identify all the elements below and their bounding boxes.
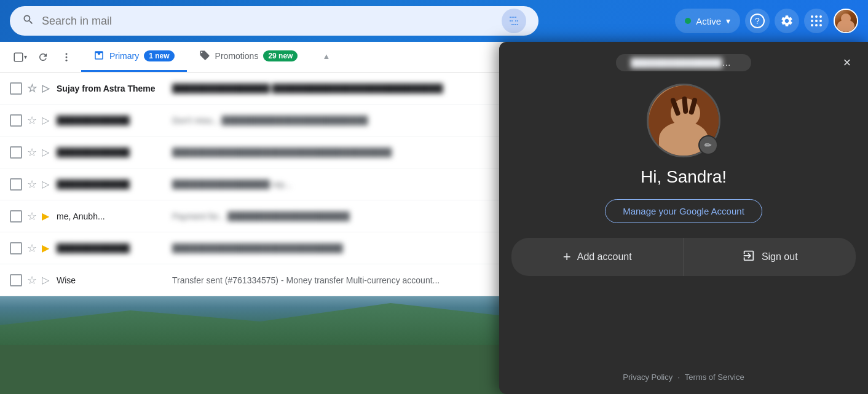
close-popup-button[interactable]: × — [836, 52, 858, 74]
search-bar — [10, 6, 539, 36]
row-checkbox[interactable] — [10, 242, 22, 254]
settings-button[interactable] — [775, 9, 799, 33]
add-icon: + — [563, 249, 571, 265]
important-icon: ▷ — [42, 82, 49, 94]
email-text: ████████████████████ — [631, 58, 751, 68]
row-checkbox[interactable] — [10, 178, 22, 191]
active-dot — [685, 18, 691, 24]
row-checkbox[interactable] — [10, 274, 22, 286]
svg-point-1 — [66, 53, 68, 55]
primary-tab-label: Primary — [109, 51, 139, 61]
star-icon[interactable]: ☆ — [27, 242, 37, 255]
grid-icon — [811, 15, 822, 26]
active-status-button[interactable]: Active ▾ — [675, 9, 740, 33]
promotions-tab-label: Promotions — [215, 51, 259, 61]
important-icon: ▷ — [42, 178, 49, 190]
promotions-icon — [199, 50, 210, 63]
sender-name: ████████████ — [57, 116, 167, 125]
important-icon: ▷ — [42, 114, 49, 126]
privacy-policy-link[interactable]: Privacy Policy — [623, 372, 673, 382]
other-tab-placeholder: ▲ — [322, 52, 330, 61]
important-icon: ▶ — [42, 210, 49, 222]
important-icon: ▷ — [42, 274, 49, 286]
search-icon — [22, 14, 34, 29]
sender-name: ████████████ — [57, 148, 167, 157]
row-checkbox[interactable] — [10, 82, 22, 95]
help-icon: ? — [750, 14, 765, 28]
star-icon[interactable]: ☆ — [27, 178, 37, 191]
manage-account-button[interactable]: Manage your Google Account — [605, 199, 762, 223]
footer-separator: · — [677, 372, 680, 382]
terms-of-service-link[interactable]: Terms of Service — [685, 372, 744, 382]
important-icon: ▷ — [42, 146, 49, 158]
svg-point-3 — [66, 59, 68, 61]
account-popup: × ████████████████████ — [499, 42, 868, 394]
sender-name: Wise — [57, 275, 167, 285]
svg-point-2 — [66, 56, 68, 58]
star-icon[interactable]: ☆ — [27, 82, 37, 95]
select-all-button[interactable]: ▾ — [10, 47, 30, 67]
sender-name: me, Anubh... — [57, 211, 167, 221]
edit-avatar-button[interactable]: ✏ — [698, 135, 718, 155]
row-checkbox[interactable] — [10, 146, 22, 159]
tab-primary[interactable]: Primary 1 new — [81, 42, 187, 72]
pencil-icon: ✏ — [704, 140, 712, 150]
signout-icon — [742, 249, 756, 265]
star-icon[interactable]: ☆ — [27, 114, 37, 127]
add-account-label: Add account — [577, 251, 632, 262]
primary-tab-badge: 1 new — [144, 50, 174, 61]
star-icon[interactable]: ☆ — [27, 146, 37, 159]
main-content: ▾ — [0, 42, 868, 394]
add-account-button[interactable]: + Add account — [511, 238, 684, 276]
important-icon: ▶ — [42, 242, 49, 254]
avatar-container: ✏ — [647, 84, 720, 157]
gear-icon — [780, 14, 794, 28]
star-icon[interactable]: ☆ — [27, 274, 37, 287]
refresh-button[interactable] — [33, 47, 53, 67]
sign-out-label: Sign out — [762, 251, 798, 262]
row-checkbox[interactable] — [10, 210, 22, 223]
tab-other[interactable]: ▲ — [310, 42, 342, 72]
chevron-down-icon: ▾ — [726, 16, 730, 26]
avatar — [835, 10, 857, 32]
sign-out-button[interactable]: Sign out — [684, 238, 856, 276]
header-right: Active ▾ ? — [675, 9, 858, 33]
promotions-tab-badge: 29 new — [263, 50, 298, 61]
popup-email-display: ████████████████████ — [616, 54, 751, 71]
sender-name: Sujay from Astra Theme — [57, 84, 167, 93]
tab-promotions[interactable]: Promotions 29 new — [187, 42, 310, 72]
active-label: Active — [696, 16, 721, 26]
help-button[interactable]: ? — [745, 9, 770, 33]
manage-account-label: Manage your Google Account — [623, 206, 744, 216]
sender-name: ████████████ — [57, 243, 167, 253]
account-avatar-button[interactable] — [834, 9, 858, 33]
apps-button[interactable] — [804, 9, 829, 33]
star-icon[interactable]: ☆ — [27, 210, 37, 223]
app-header: Active ▾ ? — [0, 0, 868, 42]
svg-rect-0 — [14, 53, 23, 61]
popup-actions-bar: + Add account Sign out — [511, 238, 856, 276]
filter-button[interactable] — [502, 9, 526, 33]
greeting-text: Hi, Sandra! — [641, 167, 727, 187]
tab-controls: ▾ — [5, 42, 81, 72]
search-input[interactable] — [42, 15, 494, 28]
popup-footer: Privacy Policy · Terms of Service — [623, 372, 744, 382]
inbox-icon — [93, 50, 105, 63]
more-options-button[interactable] — [57, 47, 76, 67]
close-icon: × — [843, 55, 851, 71]
sender-name: ████████████ — [57, 179, 167, 189]
row-checkbox[interactable] — [10, 114, 22, 127]
